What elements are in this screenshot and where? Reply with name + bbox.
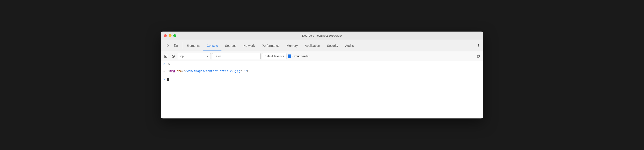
clear-icon: [172, 54, 175, 58]
tab-bar: Elements Console Sources Network Perform…: [161, 40, 483, 52]
console-output-gutter: ←: [164, 70, 168, 73]
group-similar-label: Group similar: [292, 54, 310, 58]
maximize-button[interactable]: [173, 34, 176, 37]
settings-button[interactable]: [475, 53, 481, 59]
devtools-window: DevTools - localhost:8080/web/: [161, 32, 483, 118]
execute-context-button[interactable]: [163, 53, 169, 59]
window-title: DevTools - localhost:8080/web/: [302, 34, 342, 37]
tab-security[interactable]: Security: [324, 40, 342, 51]
console-area: > $0 ← <img src="/web/images/content-htt…: [161, 61, 483, 118]
svg-line-9: [172, 55, 174, 57]
svg-point-10: [478, 56, 479, 57]
filter-input[interactable]: [212, 53, 261, 59]
svg-point-4: [478, 44, 479, 45]
tab-audits[interactable]: Audits: [342, 40, 357, 51]
console-prompt-row[interactable]: >: [161, 75, 483, 83]
console-input-gutter: >: [164, 62, 168, 66]
tab-console[interactable]: Console: [203, 40, 221, 51]
gear-icon: [476, 54, 480, 58]
more-tabs-button[interactable]: [474, 40, 483, 51]
tag-name: img: [170, 70, 175, 73]
tag-open-bracket: <: [168, 70, 170, 73]
tab-elements[interactable]: Elements: [183, 40, 203, 51]
console-row-output: ← <img src="/web/images/content-https-2x…: [161, 68, 483, 75]
attr-src-name: src: [176, 70, 182, 73]
tab-bar-spacer: [357, 40, 474, 51]
tag-close: >: [247, 70, 249, 73]
device-toggle-button[interactable]: [172, 42, 180, 49]
tab-memory[interactable]: Memory: [283, 40, 302, 51]
console-output-content: <img src="/web/images/content-https-2x.j…: [168, 70, 480, 73]
minimize-button[interactable]: [168, 34, 172, 37]
group-similar-checkbox[interactable]: ✓: [288, 54, 291, 58]
context-value: top: [180, 54, 184, 58]
context-dropdown-arrow: ▼: [206, 55, 209, 58]
tab-network[interactable]: Network: [240, 40, 258, 51]
attr-eq: =": [182, 70, 185, 73]
tab-application[interactable]: Application: [301, 40, 324, 51]
title-bar: DevTools - localhost:8080/web/: [161, 32, 483, 40]
tab-icon-group: [163, 40, 181, 51]
device-icon: [174, 44, 178, 48]
traffic-lights: [164, 34, 176, 37]
svg-point-5: [478, 45, 479, 46]
tab-performance[interactable]: Performance: [258, 40, 283, 51]
attr-close-quote: ": [240, 70, 242, 73]
console-row-input: > $0: [161, 61, 483, 68]
levels-label: Default levels: [264, 54, 282, 58]
console-cursor: [167, 78, 168, 81]
svg-point-6: [478, 46, 479, 47]
attr-value-link[interactable]: /web/images/content-https-2x.jpg: [185, 70, 240, 73]
tab-sources[interactable]: Sources: [222, 40, 240, 51]
console-toolbar: top ▼ Default levels ▾ ✓ Group similar: [161, 52, 483, 61]
levels-arrow: ▾: [282, 54, 284, 58]
context-selector[interactable]: top ▼: [178, 53, 211, 59]
group-similar-toggle[interactable]: ✓ Group similar: [288, 54, 310, 58]
console-input-text: $0: [168, 62, 172, 66]
execute-icon: [164, 54, 168, 58]
attr-extra: "": [244, 70, 247, 73]
inspect-icon-button[interactable]: [164, 42, 172, 49]
clear-console-button[interactable]: [170, 53, 176, 59]
console-input-content: $0: [168, 62, 480, 66]
levels-button[interactable]: Default levels ▾: [262, 53, 286, 59]
cursor-icon: [166, 44, 170, 48]
console-prompt-gutter: >: [164, 78, 165, 81]
tab-divider: [182, 42, 182, 49]
close-button[interactable]: [164, 34, 167, 37]
more-vertical-icon: [476, 44, 480, 48]
